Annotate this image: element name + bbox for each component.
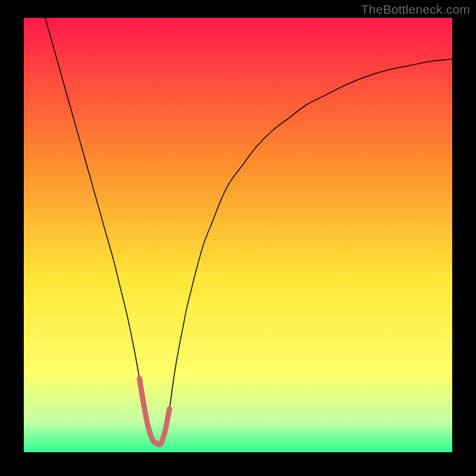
plot-area [24, 18, 452, 452]
gradient-background [24, 18, 452, 452]
watermark-text: TheBottleneck.com [361, 2, 470, 17]
chart-svg [24, 18, 452, 452]
chart-frame: TheBottleneck.com [0, 0, 476, 476]
